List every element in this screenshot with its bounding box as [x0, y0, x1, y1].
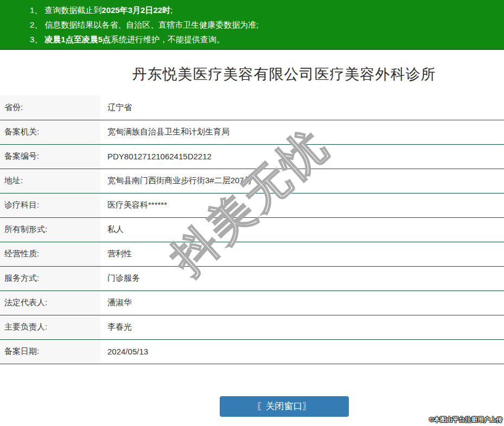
table-row: 服务方式: 门诊服务 [0, 266, 504, 291]
upload-note: ©本图由平台注册用户上传 [429, 416, 502, 424]
row-label: 经营性质: [0, 242, 100, 266]
page-title: 丹东悦美医疗美容有限公司医疗美容外科诊所 [0, 64, 504, 84]
row-value: 宽甸县南门西街商业步行街3#二层207号 [100, 169, 504, 193]
row-value: 医疗美容科****** [100, 193, 504, 217]
row-label: 所有制形式: [0, 217, 100, 242]
row-value: 宽甸满族自治县卫生和计划生育局 [100, 120, 504, 144]
table-row: 经营性质: 营利性 [0, 242, 504, 266]
button-row: 〖关闭窗口〗 [0, 396, 504, 417]
row-label: 主要负责人: [0, 315, 100, 339]
row-label: 备案编号: [0, 144, 100, 169]
row-value: 李春光 [100, 315, 504, 339]
row-value: 门诊服务 [100, 266, 504, 291]
table-row: 诊疗科目: 医疗美容科****** [0, 193, 504, 217]
row-value: 潘淑华 [100, 291, 504, 315]
row-label: 诊疗科目: [0, 193, 100, 217]
row-value: 私人 [100, 217, 504, 242]
table-row: 所有制形式: 私人 [0, 217, 504, 242]
row-value: PDY80127121062415D2212 [100, 144, 504, 169]
notice-item: 3、凌晨1点至凌晨5点系统进行维护，不能提供查询。 [30, 32, 504, 47]
table-row: 备案机关: 宽甸满族自治县卫生和计划生育局 [0, 120, 504, 144]
row-label: 省份: [0, 95, 100, 120]
info-table: 省份: 辽宁省 备案机关: 宽甸满族自治县卫生和计划生育局 备案编号: PDY8… [0, 95, 504, 364]
row-label: 备案日期: [0, 339, 100, 364]
row-label: 地址: [0, 169, 100, 193]
table-row: 法定代表人: 潘淑华 [0, 291, 504, 315]
table-row: 主要负责人: 李春光 [0, 315, 504, 339]
close-window-button[interactable]: 〖关闭窗口〗 [220, 396, 349, 417]
row-label: 法定代表人: [0, 291, 100, 315]
row-value: 2024/05/13 [100, 339, 504, 364]
table-row: 地址: 宽甸县南门西街商业步行街3#二层207号 [0, 169, 504, 193]
notice-item: 2、信息数据结果以各省、自治区、直辖市卫生健康委数据为准; [30, 17, 504, 32]
row-label: 服务方式: [0, 266, 100, 291]
row-value: 营利性 [100, 242, 504, 266]
table-row: 省份: 辽宁省 [0, 95, 504, 120]
notice-item: 1、查询数据截止到2025年3月2日22时; [30, 3, 504, 17]
row-value: 辽宁省 [100, 95, 504, 120]
row-label: 备案机关: [0, 120, 100, 144]
notice-banner: 1、查询数据截止到2025年3月2日22时; 2、信息数据结果以各省、自治区、直… [0, 0, 504, 50]
table-row: 备案编号: PDY80127121062415D2212 [0, 144, 504, 169]
notice-list: 1、查询数据截止到2025年3月2日22时; 2、信息数据结果以各省、自治区、直… [0, 3, 504, 47]
table-row: 备案日期: 2024/05/13 [0, 339, 504, 364]
